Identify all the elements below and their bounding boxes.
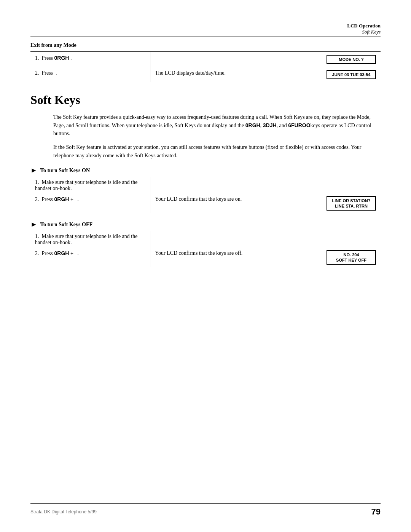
exit-heading: Exit from any Mode [30, 42, 381, 48]
on-step-1-instruction: 1. Make sure that your telephone is idle… [30, 177, 150, 194]
lcd-display: NO. 204 SOFT KEY OFF [327, 250, 376, 265]
lcd-display: MODE NO. ? [327, 55, 376, 64]
turn-on-heading: ► To turn Soft Keys ON [30, 166, 381, 174]
off-step-2-lcd: NO. 204 SOFT KEY OFF [288, 248, 381, 267]
turn-on-label: To turn Soft Keys ON [40, 168, 90, 174]
lcd-line2: SOFT KEY OFF [331, 258, 371, 262]
exit-section: Exit from any Mode 1. Press 0RGH . MODE … [30, 42, 381, 82]
header-title: LCD Operation [347, 23, 381, 29]
soft-keys-para2: If the Soft Key feature is activated at … [53, 143, 381, 160]
lcd-display: LINE OR STATION? LINE STA. RTRN [327, 196, 376, 211]
table-row: 2. Press 0RGH + . Your LCD confirms that… [30, 194, 381, 213]
footer-left: Strata DK Digital Telephone 5/99 [30, 509, 97, 514]
step-2-lcd: JUNE 03 TUE 03:54 [288, 67, 381, 82]
lcd-display: JUNE 03 TUE 03:54 [327, 70, 376, 79]
header-right: LCD Operation Soft Keys [347, 23, 381, 35]
table-row: 2. Press . The LCD displays date/day/tim… [30, 67, 381, 82]
key-label: 6FUROO [288, 122, 310, 128]
table-row: 1. Press 0RGH . MODE NO. ? [30, 52, 381, 67]
off-step-1-lcd [288, 231, 381, 248]
on-step-1-desc [150, 177, 288, 194]
on-step-1-lcd [288, 177, 381, 194]
arrow-icon: ► [30, 166, 37, 174]
table-row: 1. Make sure that your telephone is idle… [30, 231, 381, 248]
table-row: 1. Make sure that your telephone is idle… [30, 177, 381, 194]
off-step-2-desc: Your LCD confirms that the keys are off. [150, 248, 288, 267]
off-step-1-desc [150, 231, 288, 248]
key-label: 0RGH [54, 55, 69, 61]
lcd-line1: LINE OR STATION? [332, 198, 370, 203]
page-header: LCD Operation Soft Keys [30, 23, 381, 37]
key-label: 0RGH [54, 196, 69, 202]
on-step-2-instruction: 2. Press 0RGH + . [30, 194, 150, 213]
page-number: 79 [371, 507, 381, 517]
step-1-desc [150, 52, 288, 67]
lcd-line1: JUNE 03 TUE 03:54 [332, 72, 371, 77]
off-step-1-instruction: 1. Make sure that your telephone is idle… [30, 231, 150, 248]
table-row: 2. Press 0RGH + . Your LCD confirms that… [30, 248, 381, 267]
header-subtitle: Soft Keys [347, 29, 381, 35]
exit-table: 1. Press 0RGH . MODE NO. ? 2. Press . Th… [30, 51, 381, 82]
turn-off-section: ► To turn Soft Keys OFF 1. Make sure tha… [30, 220, 381, 267]
turn-on-table: 1. Make sure that your telephone is idle… [30, 177, 381, 213]
turn-off-table: 1. Make sure that your telephone is idle… [30, 231, 381, 267]
turn-off-heading: ► To turn Soft Keys OFF [30, 220, 381, 228]
key-label: 0RGH [54, 250, 69, 256]
turn-off-label: To turn Soft Keys OFF [40, 222, 92, 228]
key-label: 0RGH [245, 122, 260, 128]
turn-on-section: ► To turn Soft Keys ON 1. Make sure that… [30, 166, 381, 213]
step-2-desc: The LCD displays date/day/time. [150, 67, 288, 82]
lcd-line1: NO. 204 [344, 252, 359, 257]
off-step-2-instruction: 2. Press 0RGH + . [30, 248, 150, 267]
step-1-instruction: 1. Press 0RGH . [30, 52, 150, 67]
key-label: 3DJH [263, 122, 277, 128]
lcd-line1: MODE NO. ? [339, 57, 363, 62]
step-2-instruction: 2. Press . [30, 67, 150, 82]
lcd-line2: LINE STA. RTRN [331, 204, 371, 208]
on-step-2-lcd: LINE OR STATION? LINE STA. RTRN [288, 194, 381, 213]
on-step-2-desc: Your LCD confirms that the keys are on. [150, 194, 288, 213]
arrow-icon: ► [30, 220, 37, 228]
page: LCD Operation Soft Keys Exit from any Mo… [0, 0, 411, 532]
step-1-lcd: MODE NO. ? [288, 52, 381, 67]
soft-keys-para1: The Soft Key feature provides a quick-an… [53, 113, 381, 138]
page-footer: Strata DK Digital Telephone 5/99 79 [30, 503, 381, 517]
soft-keys-title: Soft Keys [30, 93, 381, 107]
